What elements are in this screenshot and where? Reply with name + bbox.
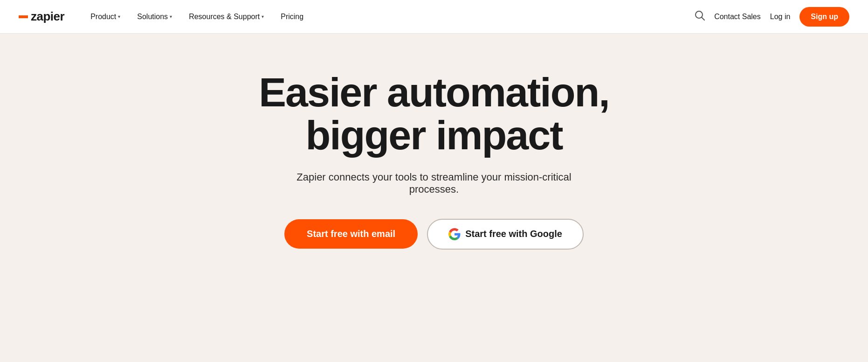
chevron-down-icon: ▾ <box>118 14 120 19</box>
hero-title-line2: bigger impact <box>306 112 563 158</box>
hero-title-line1: Easier automation, <box>259 69 609 115</box>
chevron-down-icon: ▾ <box>170 14 172 19</box>
logo-dash <box>19 15 28 18</box>
svg-line-1 <box>702 17 704 20</box>
contact-sales-link[interactable]: Contact Sales <box>714 13 761 21</box>
nav-item-pricing[interactable]: Pricing <box>273 9 311 25</box>
start-google-button[interactable]: Start free with Google <box>427 219 584 250</box>
nav-item-resources[interactable]: Resources & Support ▾ <box>181 9 271 25</box>
nav-label-resources: Resources & Support <box>189 13 260 21</box>
nav-label-product: Product <box>90 13 116 21</box>
google-button-label: Start free with Google <box>465 229 562 239</box>
logo[interactable]: zapier <box>19 9 64 24</box>
google-icon <box>448 228 461 240</box>
nav-item-solutions[interactable]: Solutions ▾ <box>130 9 179 25</box>
signup-button[interactable]: Sign up <box>799 7 849 27</box>
chevron-down-icon: ▾ <box>262 14 264 19</box>
login-link[interactable]: Log in <box>770 13 791 21</box>
logo-text: zapier <box>31 9 64 24</box>
header-right: Contact Sales Log in Sign up <box>695 7 849 27</box>
search-icon[interactable] <box>695 10 705 23</box>
hero-section: Easier automation, bigger impact Zapier … <box>0 34 868 278</box>
hero-buttons: Start free with email Start free with Go… <box>284 219 584 250</box>
main-nav: Product ▾ Solutions ▾ Resources & Suppor… <box>83 9 695 25</box>
nav-item-product[interactable]: Product ▾ <box>83 9 128 25</box>
header: zapier Product ▾ Solutions ▾ Resources &… <box>0 0 868 34</box>
hero-subtitle: Zapier connects your tools to streamline… <box>271 171 597 195</box>
nav-label-pricing: Pricing <box>281 13 303 21</box>
start-email-button[interactable]: Start free with email <box>284 219 418 249</box>
hero-title: Easier automation, bigger impact <box>259 71 609 157</box>
nav-label-solutions: Solutions <box>137 13 168 21</box>
